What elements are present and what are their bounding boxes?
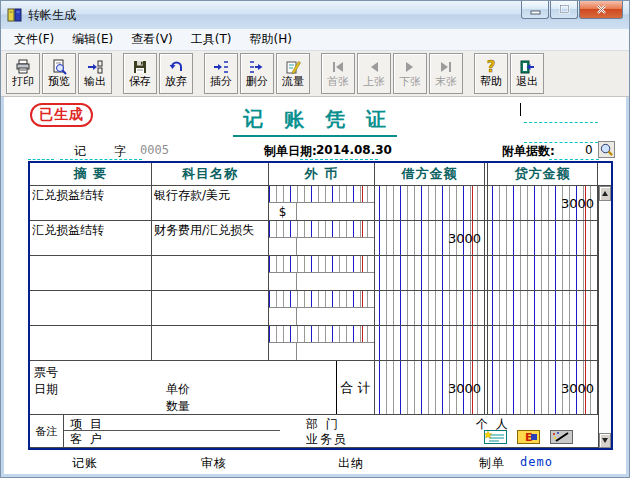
abandon-button[interactable]: 放弃 [159, 53, 193, 94]
flow-label: 流量 [282, 75, 304, 88]
summary-cell[interactable] [30, 256, 152, 290]
vertical-scrollbar[interactable] [598, 186, 611, 448]
insert-split-button[interactable]: 插分 [204, 53, 238, 94]
help-button[interactable]: ? 帮助 [474, 53, 508, 94]
credit-cell[interactable] [488, 221, 598, 255]
exit-button[interactable]: 退出 [510, 53, 544, 94]
currency-symbol[interactable] [269, 343, 297, 360]
credit-cell[interactable] [488, 326, 598, 360]
attachments-lookup-button[interactable] [598, 141, 615, 158]
email-button[interactable]: E [517, 430, 540, 444]
foreign-currency-cell[interactable] [269, 256, 375, 290]
close-button[interactable] [579, 1, 623, 19]
input-field-line[interactable] [60, 159, 142, 160]
preview-button[interactable]: 预览 [42, 53, 76, 94]
debit-cell[interactable] [375, 291, 485, 325]
currency-symbol[interactable] [269, 273, 297, 290]
credit-cell[interactable] [488, 291, 598, 325]
arrow-down-icon [602, 438, 608, 443]
header-scroll-corner [598, 163, 611, 185]
cashier-label: 出纳 [338, 455, 364, 472]
input-field-line[interactable] [28, 159, 54, 160]
summary-cell[interactable]: 汇兑损益结转 [30, 186, 152, 220]
fx-amount-grid[interactable] [269, 256, 374, 273]
debit-cell[interactable]: 3000 [375, 221, 485, 255]
menu-help[interactable]: 帮助(H) [241, 29, 301, 50]
customer-label[interactable]: 客 户 [70, 431, 104, 448]
help-icon: ? [483, 59, 499, 75]
fx-amount-grid[interactable] [269, 291, 374, 308]
ticket-number-label: 票号 [34, 364, 58, 381]
account-cell[interactable] [152, 291, 269, 325]
account-cell[interactable] [152, 326, 269, 360]
menu-tools[interactable]: 工具(T) [182, 29, 241, 50]
save-button[interactable]: 保存 [123, 53, 157, 94]
exchange-rate-cell[interactable] [297, 273, 374, 290]
voucher-title: 记 账 凭 证 [233, 106, 397, 137]
account-cell[interactable] [152, 256, 269, 290]
delete-split-button[interactable]: 删分 [240, 53, 274, 94]
first-voucher-button[interactable]: 首张 [321, 53, 355, 94]
scroll-up-button[interactable] [599, 186, 611, 201]
export-button[interactable]: 输出 [78, 53, 112, 94]
account-cell[interactable]: 银行存款/美元 [152, 186, 269, 220]
save-label: 保存 [129, 75, 151, 88]
toolbar: 打印 预览 输出 保存 放弃 插分 删分 流量 [1, 51, 629, 97]
fx-amount-grid[interactable] [269, 221, 374, 238]
summary-cell[interactable] [30, 291, 152, 325]
input-field-line[interactable] [300, 159, 378, 160]
minimize-button[interactable] [521, 1, 549, 19]
summary-cell[interactable]: 汇兑损益结转 [30, 221, 152, 255]
exchange-rate-cell[interactable] [297, 238, 374, 255]
next-icon [402, 59, 418, 75]
foreign-currency-cell[interactable] [269, 221, 375, 255]
delete-split-label: 删分 [246, 75, 268, 88]
next-voucher-button[interactable]: 下张 [393, 53, 427, 94]
prev-voucher-button[interactable]: 上张 [357, 53, 391, 94]
wand-button[interactable] [550, 430, 573, 444]
debit-cell[interactable] [375, 186, 485, 220]
input-field-line[interactable] [524, 122, 598, 123]
credit-cell[interactable] [488, 256, 598, 290]
voucher-date[interactable]: 2014.08.30 [316, 143, 392, 157]
date-label: 制单日期: [264, 143, 317, 160]
salesman-label[interactable]: 业务员 [306, 431, 348, 448]
voucher-number[interactable]: 0005 [140, 143, 169, 157]
scroll-down-button[interactable] [599, 433, 611, 448]
window-title: 转帐生成 [28, 7, 76, 24]
exchange-rate-cell[interactable] [297, 308, 374, 325]
last-voucher-button[interactable]: 末张 [429, 53, 463, 94]
memo-button[interactable] [484, 430, 507, 444]
summary-cell[interactable] [30, 326, 152, 360]
titlebar[interactable]: 转帐生成 [1, 1, 629, 29]
menu-view[interactable]: 查看(V) [122, 29, 182, 50]
remarks-content: 项 目 客 户 部 门 业务员 个 人 E [64, 415, 598, 447]
remarks-row: 备注 项 目 客 户 部 门 业务员 个 人 E [30, 415, 611, 448]
debit-cell[interactable] [375, 256, 485, 290]
foreign-currency-cell[interactable] [269, 326, 375, 360]
menu-file[interactable]: 文件(F) [5, 29, 63, 50]
currency-symbol[interactable]: $ [269, 203, 297, 220]
credit-cell[interactable]: 3000 [488, 186, 598, 220]
flow-button[interactable]: 流量 [276, 53, 310, 94]
currency-symbol[interactable] [269, 308, 297, 325]
debit-cell[interactable] [375, 326, 485, 360]
maximize-button[interactable] [550, 1, 578, 19]
magnifier-icon [599, 142, 614, 157]
exchange-rate-cell[interactable] [297, 343, 374, 360]
total-label: 合 计 [337, 361, 375, 414]
ticket-date-label: 日期 [34, 381, 58, 398]
account-cell[interactable]: 财务费用/汇兑损失 [152, 221, 269, 255]
attachments-count[interactable]: 0 [585, 143, 593, 157]
export-label: 输出 [84, 75, 106, 88]
currency-symbol[interactable] [269, 238, 297, 255]
fx-amount-grid[interactable] [269, 326, 374, 343]
print-button[interactable]: 打印 [6, 53, 40, 94]
input-field-line[interactable] [549, 159, 599, 160]
exchange-rate-cell[interactable] [297, 203, 374, 220]
fx-amount-grid[interactable] [269, 186, 374, 203]
foreign-currency-cell[interactable] [269, 291, 375, 325]
foreign-currency-cell[interactable]: $ [269, 186, 375, 220]
header-credit: 贷方金额 [488, 163, 598, 185]
menu-edit[interactable]: 编辑(E) [63, 29, 122, 50]
